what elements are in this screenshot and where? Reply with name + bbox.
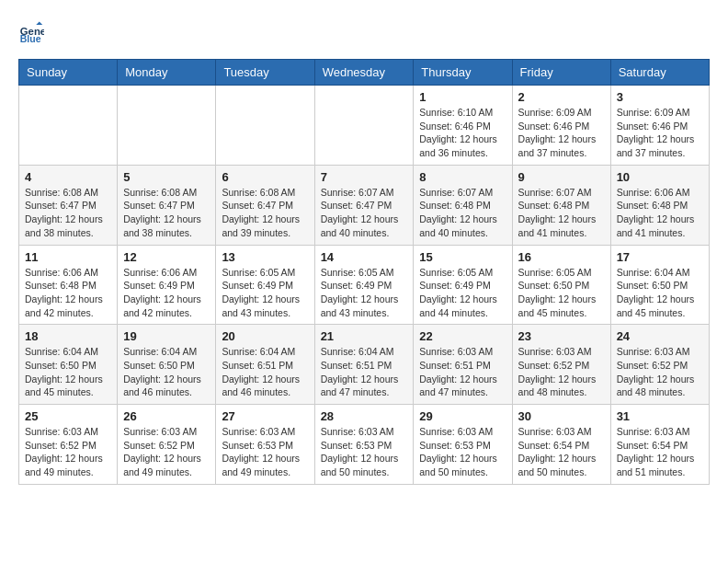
calendar-cell: 7Sunrise: 6:07 AM Sunset: 6:47 PM Daylig… bbox=[314, 165, 414, 245]
day-number: 12 bbox=[123, 250, 210, 264]
day-info: Sunrise: 6:04 AM Sunset: 6:51 PM Dayligh… bbox=[321, 345, 408, 399]
calendar-cell: 1Sunrise: 6:10 AM Sunset: 6:46 PM Daylig… bbox=[414, 86, 512, 166]
day-number: 13 bbox=[222, 250, 308, 264]
day-info: Sunrise: 6:07 AM Sunset: 6:48 PM Dayligh… bbox=[419, 186, 506, 240]
svg-text:Blue: Blue bbox=[20, 33, 41, 44]
day-info: Sunrise: 6:03 AM Sunset: 6:53 PM Dayligh… bbox=[419, 425, 506, 479]
day-info: Sunrise: 6:03 AM Sunset: 6:53 PM Dayligh… bbox=[222, 425, 308, 479]
day-number: 20 bbox=[222, 329, 308, 343]
day-number: 9 bbox=[518, 170, 605, 184]
calendar-cell: 16Sunrise: 6:05 AM Sunset: 6:50 PM Dayli… bbox=[512, 245, 610, 325]
day-info: Sunrise: 6:03 AM Sunset: 6:52 PM Dayligh… bbox=[617, 345, 703, 399]
day-info: Sunrise: 6:06 AM Sunset: 6:49 PM Dayligh… bbox=[123, 266, 210, 320]
day-info: Sunrise: 6:04 AM Sunset: 6:50 PM Dayligh… bbox=[617, 266, 703, 320]
calendar-cell: 27Sunrise: 6:03 AM Sunset: 6:53 PM Dayli… bbox=[216, 405, 314, 485]
day-info: Sunrise: 6:03 AM Sunset: 6:54 PM Dayligh… bbox=[518, 425, 605, 479]
day-info: Sunrise: 6:03 AM Sunset: 6:54 PM Dayligh… bbox=[617, 425, 703, 479]
calendar-cell: 28Sunrise: 6:03 AM Sunset: 6:53 PM Dayli… bbox=[314, 405, 414, 485]
day-number: 15 bbox=[419, 250, 506, 264]
calendar-cell: 30Sunrise: 6:03 AM Sunset: 6:54 PM Dayli… bbox=[512, 405, 610, 485]
calendar-cell: 2Sunrise: 6:09 AM Sunset: 6:46 PM Daylig… bbox=[512, 86, 610, 166]
calendar-cell bbox=[216, 86, 314, 166]
day-info: Sunrise: 6:03 AM Sunset: 6:53 PM Dayligh… bbox=[321, 425, 408, 479]
day-number: 8 bbox=[419, 170, 506, 184]
calendar-cell: 31Sunrise: 6:03 AM Sunset: 6:54 PM Dayli… bbox=[610, 405, 709, 485]
day-number: 14 bbox=[321, 250, 408, 264]
day-info: Sunrise: 6:07 AM Sunset: 6:47 PM Dayligh… bbox=[321, 186, 408, 240]
calendar-cell: 12Sunrise: 6:06 AM Sunset: 6:49 PM Dayli… bbox=[118, 245, 216, 325]
day-number: 29 bbox=[419, 409, 506, 423]
calendar-cell bbox=[118, 86, 216, 166]
calendar-cell: 17Sunrise: 6:04 AM Sunset: 6:50 PM Dayli… bbox=[610, 245, 709, 325]
day-info: Sunrise: 6:03 AM Sunset: 6:52 PM Dayligh… bbox=[25, 425, 111, 479]
day-info: Sunrise: 6:04 AM Sunset: 6:51 PM Dayligh… bbox=[222, 345, 308, 399]
calendar-week-row: 11Sunrise: 6:06 AM Sunset: 6:48 PM Dayli… bbox=[19, 245, 710, 325]
calendar-cell: 10Sunrise: 6:06 AM Sunset: 6:48 PM Dayli… bbox=[610, 165, 709, 245]
calendar-table: SundayMondayTuesdayWednesdayThursdayFrid… bbox=[18, 59, 710, 485]
day-info: Sunrise: 6:03 AM Sunset: 6:51 PM Dayligh… bbox=[419, 345, 506, 399]
logo: General Blue bbox=[18, 18, 48, 44]
day-number: 1 bbox=[419, 90, 506, 104]
calendar-cell: 23Sunrise: 6:03 AM Sunset: 6:52 PM Dayli… bbox=[512, 325, 610, 405]
day-info: Sunrise: 6:04 AM Sunset: 6:50 PM Dayligh… bbox=[123, 345, 210, 399]
day-number: 21 bbox=[321, 329, 408, 343]
day-info: Sunrise: 6:09 AM Sunset: 6:46 PM Dayligh… bbox=[518, 106, 605, 160]
calendar-cell bbox=[314, 86, 414, 166]
calendar-cell: 21Sunrise: 6:04 AM Sunset: 6:51 PM Dayli… bbox=[314, 325, 414, 405]
day-info: Sunrise: 6:05 AM Sunset: 6:49 PM Dayligh… bbox=[321, 266, 408, 320]
calendar-cell: 6Sunrise: 6:08 AM Sunset: 6:47 PM Daylig… bbox=[216, 165, 314, 245]
day-number: 19 bbox=[123, 329, 210, 343]
day-info: Sunrise: 6:10 AM Sunset: 6:46 PM Dayligh… bbox=[419, 106, 506, 160]
calendar-week-row: 25Sunrise: 6:03 AM Sunset: 6:52 PM Dayli… bbox=[19, 405, 710, 485]
calendar-cell: 3Sunrise: 6:09 AM Sunset: 6:46 PM Daylig… bbox=[610, 86, 709, 166]
calendar-cell: 4Sunrise: 6:08 AM Sunset: 6:47 PM Daylig… bbox=[19, 165, 118, 245]
day-info: Sunrise: 6:08 AM Sunset: 6:47 PM Dayligh… bbox=[25, 186, 111, 240]
day-info: Sunrise: 6:08 AM Sunset: 6:47 PM Dayligh… bbox=[123, 186, 210, 240]
calendar-cell: 9Sunrise: 6:07 AM Sunset: 6:48 PM Daylig… bbox=[512, 165, 610, 245]
day-header-friday: Friday bbox=[512, 60, 610, 86]
calendar-week-row: 1Sunrise: 6:10 AM Sunset: 6:46 PM Daylig… bbox=[19, 86, 710, 166]
calendar-cell: 26Sunrise: 6:03 AM Sunset: 6:52 PM Dayli… bbox=[118, 405, 216, 485]
calendar-cell: 14Sunrise: 6:05 AM Sunset: 6:49 PM Dayli… bbox=[314, 245, 414, 325]
day-number: 16 bbox=[518, 250, 605, 264]
day-info: Sunrise: 6:09 AM Sunset: 6:46 PM Dayligh… bbox=[617, 106, 703, 160]
calendar-week-row: 4Sunrise: 6:08 AM Sunset: 6:47 PM Daylig… bbox=[19, 165, 710, 245]
calendar-cell: 25Sunrise: 6:03 AM Sunset: 6:52 PM Dayli… bbox=[19, 405, 118, 485]
day-header-thursday: Thursday bbox=[414, 60, 512, 86]
calendar-cell: 20Sunrise: 6:04 AM Sunset: 6:51 PM Dayli… bbox=[216, 325, 314, 405]
day-number: 11 bbox=[25, 250, 111, 264]
day-number: 23 bbox=[518, 329, 605, 343]
day-info: Sunrise: 6:03 AM Sunset: 6:52 PM Dayligh… bbox=[123, 425, 210, 479]
day-number: 30 bbox=[518, 409, 605, 423]
day-number: 17 bbox=[617, 250, 703, 264]
calendar-week-row: 18Sunrise: 6:04 AM Sunset: 6:50 PM Dayli… bbox=[19, 325, 710, 405]
day-info: Sunrise: 6:06 AM Sunset: 6:48 PM Dayligh… bbox=[617, 186, 703, 240]
day-header-saturday: Saturday bbox=[610, 60, 709, 86]
calendar-cell: 19Sunrise: 6:04 AM Sunset: 6:50 PM Dayli… bbox=[118, 325, 216, 405]
day-number: 7 bbox=[321, 170, 408, 184]
calendar-body: 1Sunrise: 6:10 AM Sunset: 6:46 PM Daylig… bbox=[19, 86, 710, 485]
day-number: 31 bbox=[617, 409, 703, 423]
calendar-cell bbox=[19, 86, 118, 166]
day-header-wednesday: Wednesday bbox=[314, 60, 414, 86]
day-number: 27 bbox=[222, 409, 308, 423]
day-info: Sunrise: 6:06 AM Sunset: 6:48 PM Dayligh… bbox=[25, 266, 111, 320]
calendar-cell: 5Sunrise: 6:08 AM Sunset: 6:47 PM Daylig… bbox=[118, 165, 216, 245]
day-number: 26 bbox=[123, 409, 210, 423]
calendar-cell: 13Sunrise: 6:05 AM Sunset: 6:49 PM Dayli… bbox=[216, 245, 314, 325]
day-info: Sunrise: 6:07 AM Sunset: 6:48 PM Dayligh… bbox=[518, 186, 605, 240]
day-header-tuesday: Tuesday bbox=[216, 60, 314, 86]
day-info: Sunrise: 6:05 AM Sunset: 6:49 PM Dayligh… bbox=[419, 266, 506, 320]
calendar-cell: 18Sunrise: 6:04 AM Sunset: 6:50 PM Dayli… bbox=[19, 325, 118, 405]
day-number: 3 bbox=[617, 90, 703, 104]
day-info: Sunrise: 6:05 AM Sunset: 6:50 PM Dayligh… bbox=[518, 266, 605, 320]
day-header-monday: Monday bbox=[118, 60, 216, 86]
day-number: 25 bbox=[25, 409, 111, 423]
day-info: Sunrise: 6:03 AM Sunset: 6:52 PM Dayligh… bbox=[518, 345, 605, 399]
day-number: 28 bbox=[321, 409, 408, 423]
day-header-sunday: Sunday bbox=[19, 60, 118, 86]
day-number: 6 bbox=[222, 170, 308, 184]
calendar-cell: 8Sunrise: 6:07 AM Sunset: 6:48 PM Daylig… bbox=[414, 165, 512, 245]
day-number: 2 bbox=[518, 90, 605, 104]
day-info: Sunrise: 6:08 AM Sunset: 6:47 PM Dayligh… bbox=[222, 186, 308, 240]
